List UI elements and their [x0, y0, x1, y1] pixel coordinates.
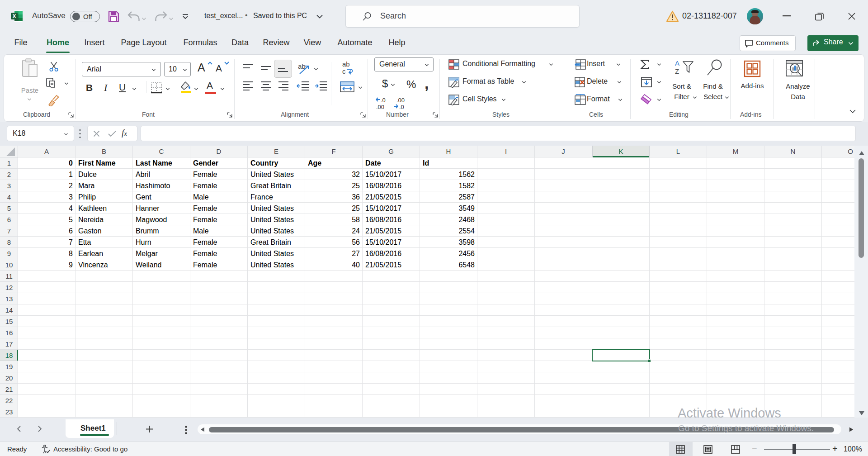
svg-text:Z: Z — [675, 67, 679, 75]
svg-text:c: c — [342, 67, 346, 75]
svg-text:X: X — [12, 13, 16, 19]
svg-text:.0: .0 — [381, 97, 386, 104]
svg-text:.0: .0 — [399, 104, 404, 110]
svg-text:.00: .00 — [396, 97, 405, 104]
svg-text:A: A — [675, 59, 679, 67]
svg-text:.00: .00 — [376, 104, 384, 110]
svg-text:ab: ab — [298, 62, 306, 70]
svg-text:ab: ab — [342, 60, 350, 68]
